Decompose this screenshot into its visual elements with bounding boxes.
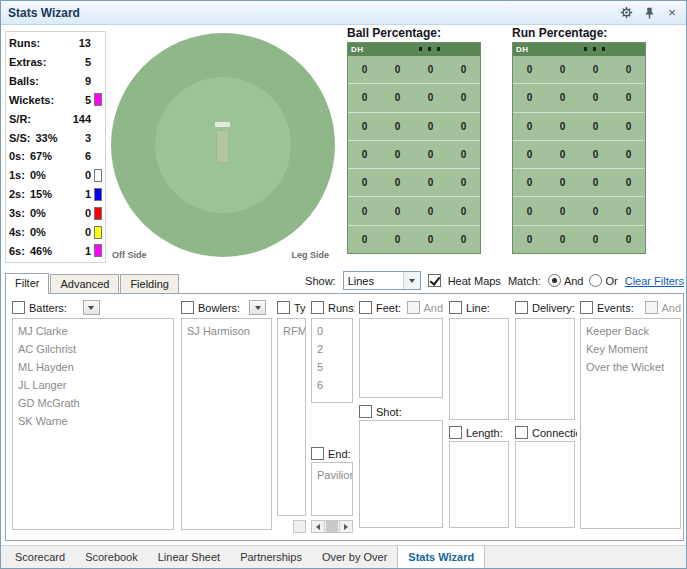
shot-label: Shot: (376, 406, 402, 418)
clear-filters-link[interactable]: Clear Filters (625, 275, 684, 287)
batters-dropdown-button[interactable] (83, 300, 100, 315)
heatmap-cell: 0 (612, 84, 645, 111)
stat-percent: 67% (30, 150, 52, 162)
end-list[interactable]: Pavilion End (311, 462, 353, 516)
tab-fielding[interactable]: Fielding (120, 274, 179, 293)
list-item[interactable]: JL Langer (13, 376, 173, 394)
bottom-tab-stats-wizard[interactable]: Stats Wizard (397, 546, 485, 568)
runs-checkbox[interactable] (311, 301, 324, 314)
list-item[interactable]: 0 (312, 322, 352, 340)
heatmap-cell: 0 (348, 197, 381, 224)
list-item[interactable]: MJ Clarke (13, 322, 173, 340)
stat-label: Runs: (9, 37, 40, 49)
wagon-wheel-field: Off Side Leg Side (108, 30, 341, 264)
pitch (216, 130, 229, 163)
connection-list[interactable] (515, 441, 575, 528)
bottom-tab-partnerships[interactable]: Partnerships (230, 546, 312, 568)
list-item[interactable]: 6 (312, 376, 352, 394)
end-label: End: (328, 448, 351, 460)
line-list[interactable] (449, 318, 509, 420)
batters-list[interactable]: MJ ClarkeAC GilchristML HaydenJL LangerG… (12, 318, 174, 530)
bottom-tab-scorebook[interactable]: Scorebook (75, 546, 148, 568)
match-and-radio[interactable] (548, 274, 561, 287)
bowlers-checkbox[interactable] (181, 301, 194, 314)
feet-and-checkbox[interactable] (407, 301, 420, 314)
match-or-radio[interactable] (589, 274, 602, 287)
list-item[interactable]: 5 (312, 358, 352, 376)
shot-list[interactable] (359, 420, 443, 528)
heat-maps-label: Heat Maps (448, 275, 501, 287)
stat-label: Wickets: (9, 94, 54, 106)
scroll-thumb[interactable] (326, 521, 338, 532)
filter-tabs-row: FilterAdvancedFielding Show: Lines Heat … (5, 271, 684, 293)
bowlers-dropdown-button[interactable] (249, 300, 266, 315)
bottom-tab-over-by-over[interactable]: Over by Over (312, 546, 397, 568)
heat-maps-checkbox[interactable] (428, 274, 441, 287)
list-item[interactable]: RFM (278, 322, 305, 340)
chevron-down-icon[interactable] (403, 272, 420, 289)
stat-value: 6 (71, 150, 91, 162)
list-item[interactable]: Key Moment (581, 340, 680, 358)
show-dropdown[interactable]: Lines (343, 271, 421, 290)
close-icon[interactable]: × (665, 6, 679, 20)
settings-gear-icon[interactable] (619, 6, 633, 20)
stat-row: Runs:13 (8, 34, 103, 52)
list-item[interactable]: Pavilion End (312, 466, 352, 484)
list-item[interactable]: 2 (312, 340, 352, 358)
stat-percent: 15% (30, 188, 52, 200)
shot-checkbox[interactable] (359, 405, 372, 418)
heatmap-cell: 0 (447, 56, 480, 83)
stat-color-swatch (94, 207, 102, 220)
stat-label: Balls: (9, 75, 39, 87)
scroll-track[interactable] (325, 521, 339, 532)
bottom-tab-scorecard[interactable]: Scorecard (5, 546, 75, 568)
heatmap-cell: 0 (381, 56, 414, 83)
delivery-checkbox[interactable] (515, 301, 528, 314)
end-list-hscrollbar[interactable] (311, 520, 353, 533)
line-checkbox[interactable] (449, 301, 462, 314)
list-item[interactable]: SJ Harmison (182, 322, 271, 340)
types-scroll-button[interactable] (293, 520, 306, 533)
types-list[interactable]: RFM (277, 318, 306, 516)
feet-list[interactable] (359, 318, 443, 398)
heatmap-cell: 0 (381, 141, 414, 168)
length-checkbox[interactable] (449, 426, 462, 439)
feet-label: Feet: (376, 302, 401, 314)
match-label: Match: (508, 275, 541, 287)
heatmap-cell: 0 (612, 56, 645, 83)
stat-value: 1 (71, 245, 91, 257)
list-item[interactable]: GD McGrath (13, 394, 173, 412)
pin-icon[interactable] (642, 6, 656, 20)
stat-row: Balls:9 (8, 72, 103, 90)
heatmap-cell: 0 (513, 226, 546, 253)
list-item[interactable]: AC Gilchrist (13, 340, 173, 358)
scroll-right-arrow-icon[interactable] (339, 521, 352, 532)
end-checkbox[interactable] (311, 447, 324, 460)
list-item[interactable]: Over the Wicket (581, 358, 680, 376)
stat-value: 5 (71, 94, 91, 106)
list-item[interactable]: Keeper Back (581, 322, 680, 340)
show-label: Show: (305, 275, 336, 287)
stat-label: S/R: (9, 113, 31, 125)
feet-checkbox[interactable] (359, 301, 372, 314)
delivery-list[interactable] (515, 318, 575, 420)
stat-color-swatch (94, 188, 102, 201)
types-checkbox[interactable] (277, 301, 290, 314)
heatmap-corner-label: DH (516, 45, 529, 54)
events-and-checkbox[interactable] (645, 301, 658, 314)
stat-color-swatch (94, 55, 102, 68)
bottom-tab-linear-sheet[interactable]: Linear Sheet (148, 546, 230, 568)
scroll-left-arrow-icon[interactable] (312, 521, 325, 532)
heatmap-cell: 0 (447, 113, 480, 140)
bowlers-list[interactable]: SJ Harmison (181, 318, 272, 530)
tab-filter[interactable]: Filter (5, 273, 49, 294)
runs-list[interactable]: 0256 (311, 318, 353, 403)
events-list[interactable]: Keeper BackKey MomentOver the Wicket (580, 318, 681, 529)
list-item[interactable]: ML Hayden (13, 358, 173, 376)
list-item[interactable]: SK Warne (13, 412, 173, 430)
batters-checkbox[interactable] (12, 301, 25, 314)
tab-advanced[interactable]: Advanced (50, 274, 119, 293)
events-checkbox[interactable] (580, 301, 593, 314)
length-list[interactable] (449, 441, 509, 528)
connection-checkbox[interactable] (515, 426, 528, 439)
